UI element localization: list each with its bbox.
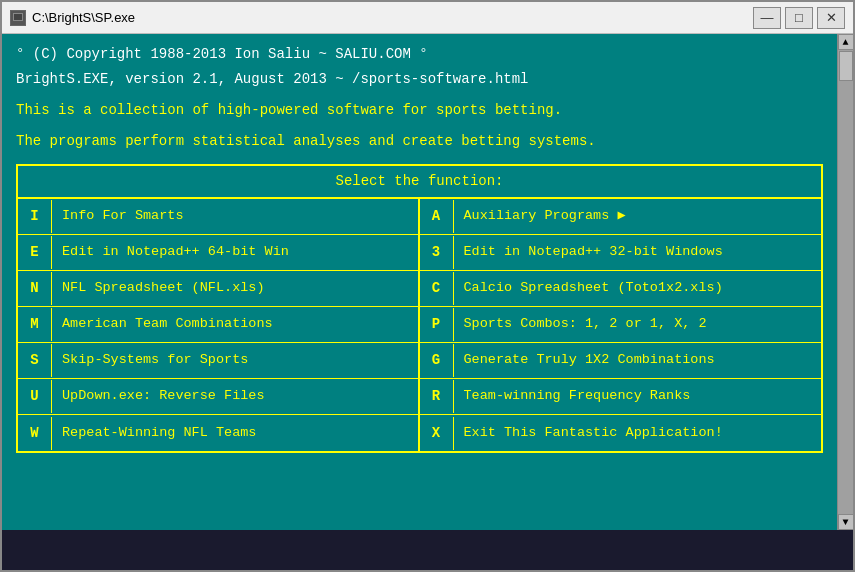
menu-row-C[interactable]: C Calcio Spreadsheet (Toto1x2.xls) <box>420 271 822 307</box>
menu-label-I: Info For Smarts <box>52 200 194 232</box>
menu-label-X: Exit This Fantastic Application! <box>454 417 733 449</box>
menu-label-3: Edit in Notepad++ 32-bit Windows <box>454 236 733 268</box>
menu-row-S[interactable]: S Skip-Systems for Sports <box>18 343 418 379</box>
menu-row-A[interactable]: A Auxiliary Programs ▶ <box>420 199 822 235</box>
menu-key-N: N <box>18 272 52 305</box>
menu-row-E[interactable]: E Edit in Notepad++ 64-bit Win <box>18 235 418 271</box>
menu-label-N: NFL Spreadsheet (NFL.xls) <box>52 272 275 304</box>
scroll-thumb[interactable] <box>839 51 853 81</box>
menu-key-E: E <box>18 236 52 269</box>
taskbar <box>2 530 853 570</box>
console-area: ° (C) Copyright 1988-2013 Ion Saliu ~ SA… <box>2 34 853 530</box>
window-controls: — □ ✕ <box>753 7 845 29</box>
console-content: ° (C) Copyright 1988-2013 Ion Saliu ~ SA… <box>2 34 837 530</box>
version-line2: BrightS.EXE, version 2.1, August 2013 ~ … <box>16 69 823 90</box>
menu-row-U[interactable]: U UpDown.exe: Reverse Files <box>18 379 418 415</box>
menu-key-G: G <box>420 344 454 377</box>
menu-left-column: I Info For Smarts E Edit in Notepad++ 64… <box>18 199 420 451</box>
menu-row-G[interactable]: G Generate Truly 1X2 Combinations <box>420 343 822 379</box>
menu-box: Select the function: I Info For Smarts E… <box>16 164 823 453</box>
maximize-button[interactable]: □ <box>785 7 813 29</box>
menu-label-G: Generate Truly 1X2 Combinations <box>454 344 725 376</box>
main-window: C:\BrightS\SP.exe — □ ✕ ° (C) Copyright … <box>0 0 855 572</box>
intro-line4: This is a collection of high-powered sof… <box>16 100 823 121</box>
app-icon <box>10 10 26 26</box>
menu-label-C: Calcio Spreadsheet (Toto1x2.xls) <box>454 272 733 304</box>
menu-key-I: I <box>18 200 52 233</box>
scrollbar[interactable]: ▲ ▼ <box>837 34 853 530</box>
menu-row-R[interactable]: R Team-winning Frequency Ranks <box>420 379 822 415</box>
menu-row-I[interactable]: I Info For Smarts <box>18 199 418 235</box>
menu-label-R: Team-winning Frequency Ranks <box>454 380 701 412</box>
svg-rect-2 <box>14 14 22 20</box>
menu-row-3[interactable]: 3 Edit in Notepad++ 32-bit Windows <box>420 235 822 271</box>
menu-key-S: S <box>18 344 52 377</box>
menu-key-M: M <box>18 308 52 341</box>
menu-grid: I Info For Smarts E Edit in Notepad++ 64… <box>18 199 821 451</box>
scroll-up-arrow[interactable]: ▲ <box>838 34 854 50</box>
scroll-down-arrow[interactable]: ▼ <box>838 514 854 530</box>
menu-key-P: P <box>420 308 454 341</box>
menu-key-A: A <box>420 200 454 233</box>
menu-key-R: R <box>420 380 454 413</box>
menu-header: Select the function: <box>18 166 821 199</box>
menu-label-S: Skip-Systems for Sports <box>52 344 258 376</box>
scroll-track[interactable] <box>838 50 854 514</box>
menu-key-U: U <box>18 380 52 413</box>
menu-row-W[interactable]: W Repeat-Winning NFL Teams <box>18 415 418 451</box>
menu-label-M: American Team Combinations <box>52 308 283 340</box>
window-title: C:\BrightS\SP.exe <box>32 10 753 25</box>
menu-label-U: UpDown.exe: Reverse Files <box>52 380 275 412</box>
menu-label-A: Auxiliary Programs ▶ <box>454 200 636 232</box>
menu-row-P[interactable]: P Sports Combos: 1, 2 or 1, X, 2 <box>420 307 822 343</box>
menu-row-N[interactable]: N NFL Spreadsheet (NFL.xls) <box>18 271 418 307</box>
title-bar: C:\BrightS\SP.exe — □ ✕ <box>2 2 853 34</box>
minimize-button[interactable]: — <box>753 7 781 29</box>
menu-right-column: A Auxiliary Programs ▶ 3 Edit in Notepad… <box>420 199 822 451</box>
copyright-line1: ° (C) Copyright 1988-2013 Ion Saliu ~ SA… <box>16 44 823 65</box>
menu-row-X[interactable]: X Exit This Fantastic Application! <box>420 415 822 451</box>
menu-label-P: Sports Combos: 1, 2 or 1, X, 2 <box>454 308 717 340</box>
menu-key-C: C <box>420 272 454 305</box>
menu-label-W: Repeat-Winning NFL Teams <box>52 417 266 449</box>
menu-key-3: 3 <box>420 236 454 269</box>
menu-row-M[interactable]: M American Team Combinations <box>18 307 418 343</box>
intro-line6: The programs perform statistical analyse… <box>16 131 823 152</box>
menu-key-W: W <box>18 417 52 450</box>
menu-label-E: Edit in Notepad++ 64-bit Win <box>52 236 299 268</box>
menu-key-X: X <box>420 417 454 450</box>
close-button[interactable]: ✕ <box>817 7 845 29</box>
